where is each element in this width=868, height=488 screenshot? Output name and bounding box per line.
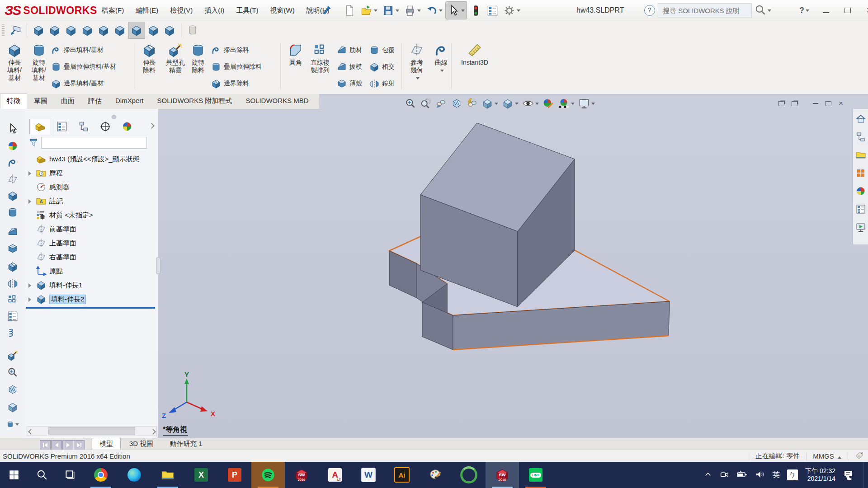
zoom-fit-button[interactable]	[404, 97, 417, 110]
taskbar-app-paint[interactable]	[419, 462, 452, 488]
wizard-tool-icon[interactable]	[6, 349, 19, 362]
pin-icon[interactable]	[322, 5, 333, 17]
view-palette-icon[interactable]	[855, 168, 866, 178]
tab-SOLIDWORKS MBD[interactable]: SOLIDWORKS MBD	[239, 94, 315, 109]
tab-評估[interactable]: 評估	[81, 94, 108, 109]
loft-cut-button[interactable]: 疊層拉伸除料	[211, 58, 262, 75]
helix-tool-icon[interactable]	[6, 327, 19, 339]
taskbar-app-solidworks-2016[interactable]: SW2016	[285, 462, 318, 488]
volume-icon[interactable]	[755, 469, 765, 481]
restore-button[interactable]	[843, 6, 853, 15]
tree-item-填料-伸長1[interactable]: 填料-伸長1	[25, 278, 82, 292]
doc-tab-3D 視圖[interactable]: 3D 視圖	[122, 438, 161, 450]
close-button[interactable]: ×	[864, 5, 868, 16]
tree-item-原點[interactable]: 原點	[25, 264, 63, 278]
sweep-tool-icon[interactable]	[6, 156, 19, 169]
boundary-cut-button[interactable]: 邊界除料	[211, 75, 262, 92]
menu-2[interactable]: 檢視(V)	[164, 0, 198, 21]
view-settings-button[interactable]	[577, 97, 596, 110]
settings-gear-button[interactable]	[501, 2, 522, 19]
search-help-badge[interactable]: ?	[644, 5, 655, 16]
tab-特徵[interactable]: 特徵	[0, 94, 27, 109]
taskbar-app-circle-app[interactable]	[452, 462, 486, 488]
tree-item-右基準面[interactable]: 右基準面	[25, 250, 76, 264]
menu-4[interactable]: 工具(T)	[230, 0, 264, 21]
rollback-bar[interactable]	[26, 307, 155, 309]
taskbar-clock[interactable]: 下午 02:32 2021/1/14	[805, 467, 835, 483]
options-list-button[interactable]	[485, 2, 500, 19]
panel-splitter-dot[interactable]	[112, 115, 116, 119]
boundary-boss-button[interactable]: 邊界填料/基材	[51, 75, 116, 92]
curves-button[interactable]: 曲線	[429, 42, 454, 94]
view-orientation-button[interactable]	[481, 97, 499, 110]
taskbar-app-line[interactable]: LINE	[519, 462, 552, 488]
plane-tool-icon[interactable]	[6, 173, 19, 186]
instant3d-button[interactable]: Instant3D	[454, 42, 495, 94]
meet-now-icon[interactable]	[719, 469, 729, 481]
previous-view-button[interactable]	[434, 97, 448, 110]
win-cascade-icon[interactable]	[778, 101, 784, 106]
select-arrow-icon[interactable]	[6, 122, 19, 135]
taskbar-app-solidworks-2016-active[interactable]: SW2016	[486, 462, 519, 488]
last-frame-icon[interactable]	[74, 440, 85, 450]
design-library-icon[interactable]	[855, 131, 866, 142]
tab-曲面[interactable]: 曲面	[54, 94, 81, 109]
tree-item-註記[interactable]: A 註記	[25, 194, 63, 208]
undo-button[interactable]	[424, 2, 444, 19]
revolve-cut-button[interactable]: 旋轉除料	[185, 42, 211, 94]
win-restore-icon[interactable]	[826, 101, 831, 106]
display-manager-tab[interactable]	[116, 119, 138, 135]
tab-草圖[interactable]: 草圖	[27, 94, 54, 109]
tree-root-item[interactable]: hw43 (預設<<預設>_顯示狀態	[25, 152, 140, 166]
ime-indicator[interactable]: ㄅ	[787, 469, 798, 480]
search-dropdown-icon[interactable]	[768, 9, 771, 12]
edit-appearance-button[interactable]	[542, 97, 555, 110]
tab-SOLIDWORKS 附加程式[interactable]: SOLIDWORKS 附加程式	[151, 94, 239, 109]
boss-tool-icon[interactable]	[6, 189, 19, 202]
taskbar-app-spotify[interactable]	[251, 462, 285, 488]
eraser-button[interactable]	[184, 22, 201, 38]
mirror-tool-icon[interactable]	[6, 277, 19, 290]
wrap-button[interactable]: 包覆	[369, 42, 395, 58]
revolve-boss-button[interactable]: 旋轉填料/基材	[26, 42, 52, 94]
doc-tab-動作研究 1[interactable]: 動作研究 1	[162, 438, 210, 450]
dynamic-annotation-button[interactable]	[465, 97, 479, 110]
loft-boss-button[interactable]: 疊層拉伸填料/基材	[51, 58, 116, 75]
sweep-cut-button[interactable]: 掃出除料	[211, 42, 262, 58]
orbit-tool-icon[interactable]	[6, 140, 19, 152]
tab-DimXpert[interactable]: DimXpert	[108, 94, 151, 109]
view-cube-5-button[interactable]	[95, 22, 112, 38]
extrude-boss-button[interactable]: 伸長填料/基材	[2, 42, 27, 94]
open-folder-button[interactable]	[359, 2, 379, 19]
normal-to-view-button[interactable]	[7, 22, 24, 38]
property-manager-tab[interactable]	[51, 119, 73, 135]
minimize-button[interactable]	[821, 6, 831, 15]
apply-scene-button[interactable]	[557, 97, 576, 110]
search-input[interactable]	[662, 6, 752, 15]
view-cube-8-button[interactable]	[145, 22, 161, 38]
reference-geometry-button[interactable]: 參考幾何	[404, 42, 429, 94]
scroll-left-icon[interactable]	[27, 427, 34, 435]
section-view-button[interactable]	[450, 97, 463, 110]
next-frame-icon[interactable]	[62, 440, 73, 450]
language-indicator[interactable]: 英	[773, 470, 780, 480]
task-view-icon[interactable]	[56, 462, 84, 488]
tree-item-材質 <未指定>[interactable]: 材質 <未指定>	[25, 208, 93, 222]
hidden-icons-icon[interactable]	[704, 470, 712, 480]
extrude-cut-button[interactable]: 伸長除料	[137, 42, 162, 94]
mirror-button[interactable]: 鏡射	[369, 75, 395, 92]
menu-0[interactable]: 檔案(F)	[96, 0, 130, 21]
view-cube-4-button[interactable]	[79, 22, 95, 38]
rebuild-traffic-light-button[interactable]	[468, 2, 484, 19]
section-tool-icon[interactable]	[6, 383, 19, 396]
tree-item-前基準面[interactable]: 前基準面	[25, 222, 76, 236]
search-magnifier-icon[interactable]	[755, 4, 766, 17]
forum-icon[interactable]	[855, 222, 866, 233]
graphics-viewport[interactable]: Y X Z	[158, 96, 868, 438]
win-minimize-icon[interactable]	[813, 103, 818, 104]
view-cube-9-button[interactable]	[161, 22, 178, 38]
save-button[interactable]	[380, 2, 401, 19]
menu-5[interactable]: 視窗(W)	[264, 0, 300, 21]
taskbar-app-word[interactable]: W	[352, 462, 385, 488]
tag-icon[interactable]	[854, 450, 864, 462]
